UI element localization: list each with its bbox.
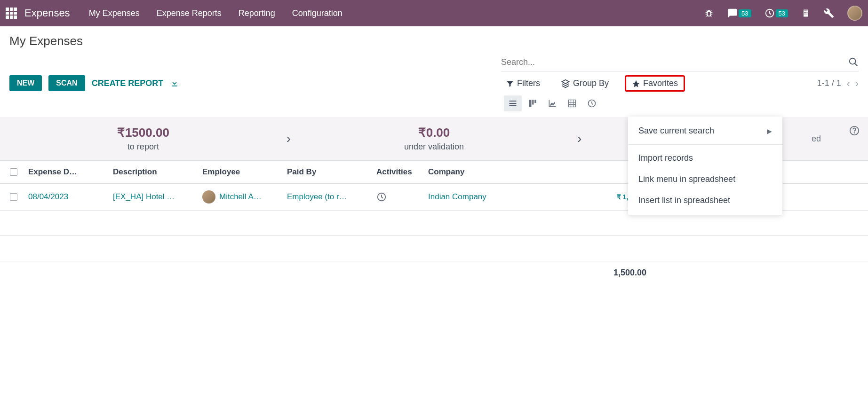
- user-avatar[interactable]: [847, 6, 862, 21]
- svg-rect-13: [510, 103, 517, 104]
- view-activity-icon[interactable]: [583, 95, 601, 111]
- th-activities[interactable]: Activities: [374, 167, 425, 177]
- pager-text: 1-1 / 1: [817, 78, 841, 88]
- svg-rect-9: [805, 14, 806, 15]
- th-paidby[interactable]: Paid By: [284, 167, 374, 177]
- dropdown-link-label: Link menu in spreadsheet: [638, 174, 735, 184]
- kpi-arrow-icon: ›: [568, 131, 591, 146]
- filters-button[interactable]: Filters: [501, 76, 545, 91]
- svg-rect-8: [804, 14, 805, 15]
- create-report-button[interactable]: CREATE REPORT: [92, 78, 164, 88]
- view-switcher: [501, 95, 859, 111]
- nav-my-expenses[interactable]: My Expenses: [89, 8, 140, 18]
- top-nav: Expenses My Expenses Expense Reports Rep…: [0, 0, 868, 26]
- svg-rect-15: [529, 100, 532, 107]
- chat-icon[interactable]: 53: [727, 8, 751, 18]
- svg-rect-2: [804, 10, 805, 11]
- cell-paidby[interactable]: Employee (to r…: [284, 192, 374, 202]
- employee-name: Mitchell A…: [219, 192, 262, 202]
- svg-rect-7: [807, 12, 808, 13]
- header-actions: NEW SCAN CREATE REPORT: [9, 75, 179, 91]
- pager: 1-1 / 1 ‹ ›: [817, 78, 859, 89]
- favorites-dropdown: Save current search ▶ Import records Lin…: [628, 117, 782, 215]
- kpi-under-label: under validation: [300, 142, 568, 152]
- view-list-icon[interactable]: [504, 95, 522, 111]
- nav-items: My Expenses Expense Reports Reporting Co…: [89, 8, 342, 18]
- pager-prev-icon[interactable]: ‹: [847, 78, 850, 89]
- dropdown-link-menu[interactable]: Link menu in spreadsheet: [628, 169, 782, 190]
- svg-rect-18: [569, 100, 576, 107]
- tools-icon[interactable]: [824, 8, 834, 18]
- dropdown-save-label: Save current search: [638, 126, 714, 136]
- th-date[interactable]: Expense D…: [25, 167, 110, 177]
- toolbar-row: Filters Group By Favorites 1-1 / 1 ‹ › S…: [501, 75, 859, 92]
- kpi-under-value: ₹0.00: [300, 125, 568, 140]
- svg-point-11: [850, 58, 856, 64]
- dropdown-separator: [628, 144, 782, 145]
- cell-company[interactable]: Indian Company: [425, 192, 557, 202]
- clock-icon[interactable]: 53: [764, 8, 788, 18]
- page-header: My Expenses NEW SCAN CREATE REPORT Filte…: [0, 26, 868, 117]
- select-all-checkbox[interactable]: [10, 168, 17, 176]
- svg-rect-3: [805, 10, 806, 11]
- scan-button[interactable]: SCAN: [48, 75, 85, 91]
- pager-next-icon[interactable]: ›: [855, 78, 859, 89]
- new-button[interactable]: NEW: [9, 75, 42, 91]
- groupby-button[interactable]: Group By: [556, 76, 613, 91]
- view-pivot-icon[interactable]: [563, 95, 581, 111]
- page-title: My Expenses: [9, 34, 859, 48]
- svg-rect-17: [534, 100, 536, 103]
- cell-activities[interactable]: [374, 192, 425, 202]
- svg-rect-14: [510, 105, 517, 106]
- dropdown-insert-list[interactable]: Insert list in spreadsheet: [628, 190, 782, 211]
- bug-icon[interactable]: [704, 8, 714, 18]
- view-graph-icon[interactable]: [543, 95, 561, 111]
- caret-right-icon: ▶: [767, 127, 772, 135]
- groupby-label: Group By: [573, 78, 609, 88]
- kpi-to-report-value: ₹1500.00: [9, 125, 277, 140]
- header-right: Filters Group By Favorites 1-1 / 1 ‹ › S…: [501, 55, 859, 111]
- dropdown-save-search[interactable]: Save current search ▶: [628, 120, 782, 141]
- svg-point-21: [854, 133, 855, 133]
- nav-configuration[interactable]: Configuration: [292, 8, 342, 18]
- search-bar: [501, 55, 859, 71]
- svg-rect-12: [510, 101, 517, 102]
- clock-badge: 53: [776, 9, 788, 17]
- svg-rect-16: [532, 100, 534, 105]
- apps-icon[interactable]: [6, 8, 17, 19]
- footer-total: 1,500.00: [557, 268, 651, 278]
- download-icon[interactable]: [170, 78, 179, 88]
- cell-date[interactable]: 08/04/2023: [25, 192, 110, 202]
- help-icon[interactable]: [849, 125, 860, 136]
- svg-rect-6: [805, 12, 806, 13]
- nav-reporting[interactable]: Reporting: [239, 8, 275, 18]
- search-icon[interactable]: [848, 57, 859, 67]
- filters-label: Filters: [517, 78, 540, 88]
- favorites-label: Favorites: [643, 78, 678, 88]
- spacer-row: [0, 236, 868, 261]
- app-brand[interactable]: Expenses: [24, 7, 70, 19]
- cell-employee[interactable]: Mitchell A…: [199, 190, 284, 204]
- topnav-right: 53 53: [704, 6, 862, 21]
- cell-description[interactable]: [EX_HA] Hotel …: [110, 192, 199, 202]
- favorites-button[interactable]: Favorites: [625, 75, 685, 92]
- kpi-arrow-icon: ›: [277, 131, 300, 146]
- th-employee[interactable]: Employee: [199, 167, 284, 177]
- dropdown-insert-label: Insert list in spreadsheet: [638, 196, 730, 205]
- th-company[interactable]: Company: [425, 167, 557, 177]
- th-description[interactable]: Description: [110, 167, 199, 177]
- table-footer: 1,500.00: [0, 261, 868, 284]
- kpi-under-validation[interactable]: ₹0.00 under validation: [300, 125, 568, 152]
- row-checkbox[interactable]: [10, 193, 17, 201]
- svg-rect-5: [804, 12, 805, 13]
- nav-expense-reports[interactable]: Expense Reports: [157, 8, 222, 18]
- chat-badge: 53: [739, 9, 751, 17]
- search-input[interactable]: [501, 57, 848, 67]
- svg-rect-10: [807, 14, 808, 15]
- building-icon[interactable]: [801, 8, 811, 18]
- dropdown-import-label: Import records: [638, 153, 693, 163]
- view-kanban-icon[interactable]: [524, 95, 542, 111]
- kpi-to-report[interactable]: ₹1500.00 to report: [9, 125, 277, 152]
- kpi-to-report-label: to report: [9, 142, 277, 152]
- dropdown-import[interactable]: Import records: [628, 148, 782, 169]
